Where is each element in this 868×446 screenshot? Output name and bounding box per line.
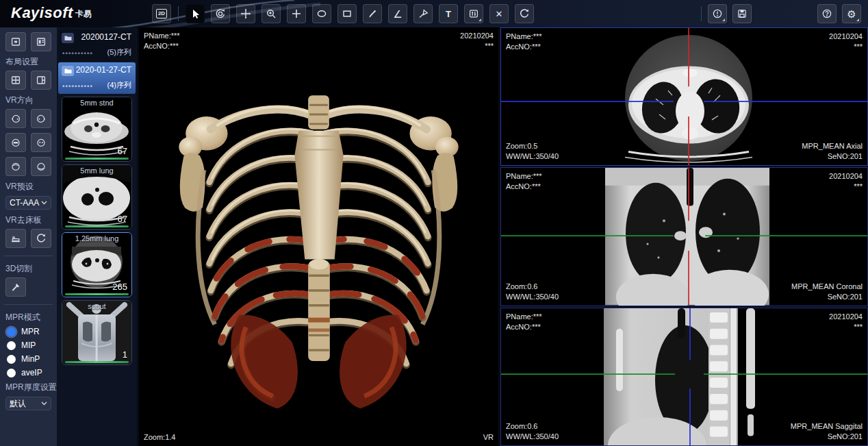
series-thumb-5mm-stnd[interactable]: 5mm stnd 67 xyxy=(62,97,132,162)
chevron-down-icon xyxy=(41,401,47,406)
study-item-2-selected[interactable]: 2020-01-27-CT ********** (4)序列 xyxy=(58,62,136,94)
study-patient-masked: ********** xyxy=(62,51,93,58)
window-level-icon xyxy=(468,8,479,19)
folder-open-icon xyxy=(62,66,74,76)
2d-view-button[interactable]: 2D xyxy=(152,4,171,23)
vr-preset-value: CT-AAA xyxy=(10,198,39,208)
layout-settings-label: 布局设置 xyxy=(0,54,57,69)
delete-annotation-button[interactable]: ✕ xyxy=(489,4,509,23)
layout-current-icon xyxy=(10,36,21,47)
thumb-progress-bar xyxy=(65,158,129,160)
cut-3d-label: 3D切割 xyxy=(0,261,57,276)
magnify-icon xyxy=(266,8,277,19)
app-root: Kayisoft 卡易 2D xyxy=(0,0,868,446)
head-front-down-icon xyxy=(10,137,21,148)
ellipse-roi-icon xyxy=(316,8,327,19)
mpr-mode-radio-mip[interactable]: MIP xyxy=(0,338,57,352)
mpr-coronal-image xyxy=(501,168,867,305)
pencil-icon xyxy=(367,8,378,19)
section-divider xyxy=(4,256,53,256)
help-button[interactable] xyxy=(817,4,837,23)
layout-current-button[interactable] xyxy=(5,32,26,51)
ellipse-roi-button[interactable] xyxy=(312,4,331,23)
remove-bed-button[interactable] xyxy=(5,229,26,248)
vr-head-left-button[interactable] xyxy=(5,109,26,128)
radio-icon xyxy=(7,341,16,350)
series-thumb-5mm-lung[interactable]: 5mm lung 67 xyxy=(62,164,132,230)
scalpel-cut-button[interactable] xyxy=(5,277,26,297)
crosshair-tool-button[interactable] xyxy=(287,4,306,23)
vr-head-front-button[interactable] xyxy=(31,133,51,152)
restore-bed-button[interactable] xyxy=(31,229,51,248)
chevron-down-icon xyxy=(41,201,47,205)
mpr-mode-radio-aveip[interactable]: aveIP xyxy=(0,366,57,380)
mpr-mode-radio-minp[interactable]: MinP xyxy=(0,352,57,366)
rect-roi-button[interactable] xyxy=(337,4,357,23)
series-thumb-scout[interactable]: scout 1 xyxy=(62,300,132,365)
text-annotate-button[interactable]: T xyxy=(439,4,458,23)
mpr-coronal-viewport[interactable]: PName:***AccNO:*** 20210204*** Zoom:0.6W… xyxy=(500,167,868,306)
pan-tool-button[interactable] xyxy=(236,4,255,23)
mpr-thickness-select[interactable]: 默认 xyxy=(5,397,51,410)
vr-head-top-button[interactable] xyxy=(5,157,26,176)
series-thumb-125mm-lung[interactable]: 1.25mm lung 265 xyxy=(62,232,132,297)
vr-volume-render-image xyxy=(139,27,498,446)
arrow-annotate-button[interactable] xyxy=(413,4,433,23)
text-tool-icon: T xyxy=(446,10,451,18)
vr-head-right-button[interactable] xyxy=(31,109,51,128)
radio-label: MIP xyxy=(21,340,36,350)
main-toolbar: 2D xyxy=(152,4,534,23)
save-button[interactable] xyxy=(732,4,752,23)
vr-bed-removal-label: VR去床板 xyxy=(0,212,57,227)
layout-preset-button[interactable] xyxy=(31,32,51,51)
mpr-sagittal-image xyxy=(501,308,867,445)
magnify-tool-button[interactable] xyxy=(261,4,281,23)
mpr-axial-viewport[interactable]: PName:***AccNO:*** 20210204*** Zoom:0.5W… xyxy=(500,27,868,166)
mpr-thickness-value: 默认 xyxy=(10,398,26,410)
radio-label: MPR xyxy=(21,327,40,336)
thumb-label: scout xyxy=(62,302,131,310)
thumb-image-count: 265 xyxy=(112,282,127,292)
right-toolbar: ⚙ xyxy=(700,4,861,23)
report-button[interactable] xyxy=(708,4,727,23)
vr-preset-select[interactable]: CT-AAA xyxy=(5,196,51,210)
mpr-axial-image xyxy=(501,28,867,165)
mpr-sagittal-viewport[interactable]: PName:***AccNO:*** 20210204*** Zoom:0.6W… xyxy=(500,308,868,446)
layout-preset-icon xyxy=(36,36,47,47)
pencil-measure-button[interactable] xyxy=(363,4,382,23)
split-right-icon xyxy=(36,75,47,86)
crosshair-icon xyxy=(291,8,302,19)
vr-head-front-down-button[interactable] xyxy=(5,133,26,152)
vr-preset-label: VR预设 xyxy=(0,179,57,194)
report-icon xyxy=(712,8,723,19)
head-left-icon xyxy=(10,113,21,124)
cursor-tool-button[interactable] xyxy=(186,4,205,23)
series-panel: 20200127-CT ********** (5)序列 2020-01-27-… xyxy=(57,27,137,446)
mpr-column: PName:***AccNO:*** 20210204*** Zoom:0.5W… xyxy=(500,27,868,446)
mpr-mode-radio-mpr[interactable]: MPR xyxy=(0,325,57,338)
pan-icon xyxy=(240,8,251,19)
rotate-3d-button[interactable] xyxy=(211,4,230,23)
study-item-1[interactable]: 20200127-CT ********** (5)序列 xyxy=(58,29,136,61)
layout-split-right-button[interactable] xyxy=(31,71,51,90)
window-level-button[interactable] xyxy=(464,4,483,23)
2d-icon: 2D xyxy=(156,9,167,18)
angle-icon: ∠ xyxy=(393,9,402,19)
thumb-progress-bar xyxy=(65,225,129,227)
app-logo: Kayisoft 卡易 xyxy=(11,4,92,22)
settings-button[interactable]: ⚙ xyxy=(842,4,861,23)
mpr-mode-label: MPR模式 xyxy=(0,310,57,325)
folder-icon xyxy=(62,33,74,43)
angle-measure-button[interactable]: ∠ xyxy=(388,4,407,23)
help-icon xyxy=(821,8,832,19)
layout-grid-2x2-button[interactable] xyxy=(5,71,26,90)
study-series-count: (4)序列 xyxy=(107,80,131,90)
thumb-image-count: 1 xyxy=(123,349,127,360)
radio-label: MinP xyxy=(21,354,40,364)
delete-icon: ✕ xyxy=(496,10,503,18)
arrow-annotate-icon xyxy=(418,8,429,19)
reset-button[interactable] xyxy=(515,4,534,23)
vr-head-back-button[interactable] xyxy=(31,157,51,176)
vr-viewport[interactable]: PName:*** AccNO:*** 20210204 *** Zoom:1.… xyxy=(137,27,500,446)
bed-icon xyxy=(10,233,21,244)
